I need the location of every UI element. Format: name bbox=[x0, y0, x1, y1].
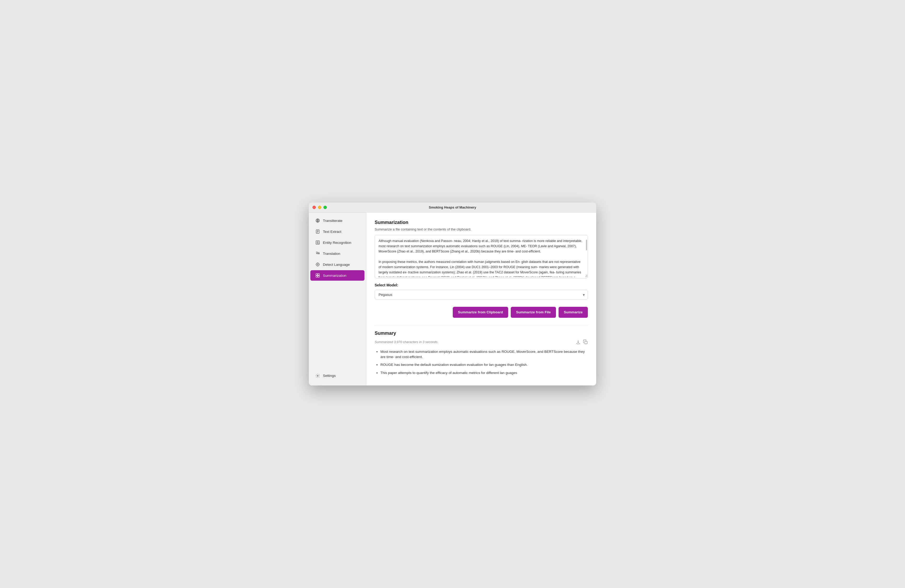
sidebar-label-settings: Settings bbox=[323, 374, 336, 378]
copy-icon[interactable] bbox=[583, 340, 588, 345]
summary-item-1: ROUGE has become the default sumization … bbox=[380, 362, 588, 367]
main-content: Summarization Summarize a file containin… bbox=[366, 213, 596, 385]
sidebar-item-summarization[interactable]: Summarization bbox=[310, 270, 364, 281]
summary-list: Most research on text summarization empl… bbox=[375, 349, 588, 375]
window-title: Smoking Heaps of Machinery bbox=[429, 205, 476, 209]
text-extract-icon bbox=[315, 229, 320, 234]
summary-title: Summary bbox=[375, 331, 588, 336]
svg-rect-13 bbox=[316, 273, 318, 275]
maximize-button[interactable] bbox=[324, 206, 327, 209]
minimize-button[interactable] bbox=[318, 206, 321, 209]
svg-point-17 bbox=[317, 375, 319, 377]
summary-meta: Summarized 3,970 characters in 3 seconds… bbox=[375, 340, 438, 344]
input-textarea[interactable] bbox=[375, 235, 587, 277]
traffic-lights bbox=[313, 206, 327, 209]
transliterate-icon bbox=[315, 218, 320, 223]
svg-rect-18 bbox=[585, 341, 587, 344]
input-text-container bbox=[375, 235, 588, 278]
download-icon[interactable] bbox=[576, 340, 581, 345]
summary-item-2: This paper attempts to quantify the effi… bbox=[380, 370, 588, 375]
summarize-file-button[interactable]: Summarize from File bbox=[511, 307, 556, 318]
summarize-button[interactable]: Summarize bbox=[559, 307, 588, 318]
svg-point-7 bbox=[317, 264, 319, 265]
sidebar-item-transliterate[interactable]: Transliterate bbox=[310, 215, 364, 226]
sidebar: Transliterate Text Extract bbox=[309, 213, 366, 385]
svg-point-0 bbox=[316, 219, 319, 222]
sidebar-item-settings[interactable]: Settings bbox=[310, 370, 364, 381]
app-body: Transliterate Text Extract bbox=[309, 213, 596, 385]
svg-rect-16 bbox=[318, 276, 319, 277]
section-divider bbox=[375, 326, 588, 326]
scrollbar[interactable] bbox=[586, 240, 587, 250]
settings-icon bbox=[315, 373, 320, 378]
sidebar-label-entity-recognition: Entity Recognition bbox=[323, 241, 351, 245]
sidebar-item-translation[interactable]: Translation bbox=[310, 248, 364, 259]
sidebar-label-summarization: Summarization bbox=[323, 273, 346, 278]
sidebar-label-text-extract: Text Extract bbox=[323, 230, 341, 234]
sidebar-item-entity-recognition[interactable]: Entity Recognition bbox=[310, 237, 364, 248]
svg-point-6 bbox=[318, 243, 319, 244]
summary-actions bbox=[576, 340, 588, 345]
section-description: Summarize a file containing text or the … bbox=[375, 227, 588, 231]
svg-rect-15 bbox=[316, 276, 318, 277]
action-buttons: Summarize from Clipboard Summarize from … bbox=[375, 307, 588, 318]
entity-recognition-icon bbox=[315, 240, 320, 245]
sidebar-label-transliterate: Transliterate bbox=[323, 219, 343, 222]
sidebar-label-translation: Translation bbox=[323, 252, 340, 256]
select-model-label: Select Model: bbox=[375, 283, 588, 287]
sidebar-label-detect-language: Detect Language bbox=[323, 263, 350, 267]
app-window: Smoking Heaps of Machinery Transliterate bbox=[309, 203, 596, 385]
sidebar-item-detect-language[interactable]: Detect Language bbox=[310, 259, 364, 270]
translation-icon bbox=[315, 251, 320, 256]
sidebar-bottom: Settings bbox=[309, 370, 366, 385]
model-select[interactable]: Pegasus BART T5 GPT-3 bbox=[375, 290, 588, 299]
sidebar-item-text-extract[interactable]: Text Extract bbox=[310, 226, 364, 237]
detect-language-icon bbox=[315, 262, 320, 267]
summarize-clipboard-button[interactable]: Summarize from Clipboard bbox=[453, 307, 508, 318]
titlebar: Smoking Heaps of Machinery bbox=[309, 203, 596, 213]
svg-rect-14 bbox=[318, 273, 319, 275]
summary-item-0: Most research on text summarization empl… bbox=[380, 349, 588, 360]
close-button[interactable] bbox=[313, 206, 316, 209]
svg-point-8 bbox=[316, 263, 319, 266]
model-select-wrapper: Pegasus BART T5 GPT-3 ▾ bbox=[375, 290, 588, 299]
summarization-icon bbox=[315, 273, 320, 278]
page-title: Summarization bbox=[375, 220, 588, 225]
summary-meta-row: Summarized 3,970 characters in 3 seconds… bbox=[375, 340, 588, 345]
